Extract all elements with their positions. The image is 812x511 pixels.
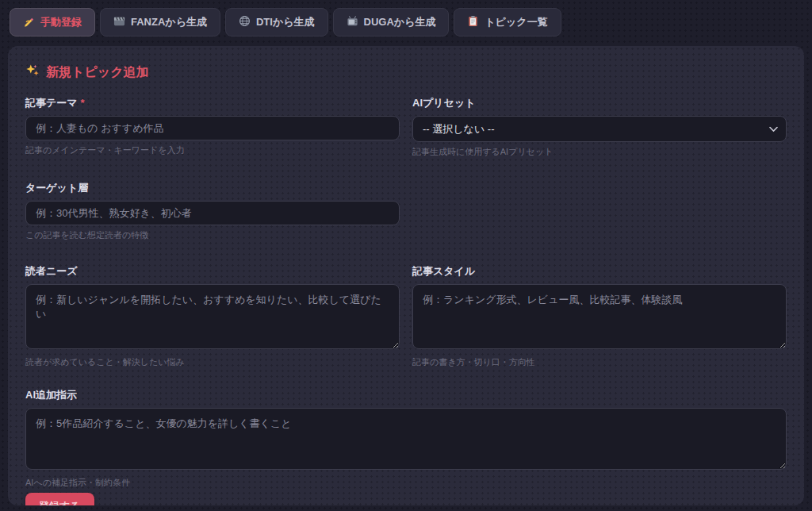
- tab-dti-generate[interactable]: DTIから生成: [225, 8, 328, 36]
- clapper-icon: [113, 15, 125, 29]
- tv-icon: [347, 15, 358, 29]
- new-topic-panel: 新規トピック追加 記事テーマ* 記事のメインテーマ・キーワードを入力 AIプリセ…: [8, 46, 804, 505]
- tab-fanza-generate[interactable]: FANZAから生成: [100, 8, 220, 36]
- target-audience-input[interactable]: [25, 201, 400, 225]
- required-mark: *: [81, 97, 85, 109]
- tab-label: DUGAから生成: [364, 15, 436, 29]
- panel-title: 新規トピック追加: [25, 63, 787, 81]
- article-theme-field: 記事テーマ* 記事のメインテーマ・キーワードを入力: [25, 96, 400, 157]
- tab-label: トピック一覧: [485, 15, 547, 29]
- reader-needs-label: 読者ニーズ: [25, 264, 400, 279]
- tab-label: 手動登録: [40, 15, 82, 29]
- ai-preset-hint: 記事生成時に使用するAIプリセット: [412, 147, 787, 157]
- article-theme-hint: 記事のメインテーマ・キーワードを入力: [25, 145, 400, 156]
- reader-needs-hint: 読者が求めていること・解決したい悩み: [25, 357, 400, 367]
- article-theme-label: 記事テーマ*: [25, 96, 400, 110]
- tab-label: DTIから生成: [256, 15, 315, 29]
- globe-icon: [239, 15, 251, 29]
- form-row-4: AI追加指示 AIへの補足指示・制約条件: [25, 388, 787, 488]
- tab-label: FANZAから生成: [131, 15, 207, 29]
- ai-preset-label: AIプリセット: [412, 96, 787, 110]
- target-audience-label: ターゲット層: [25, 181, 400, 195]
- empty-cell: [412, 181, 787, 240]
- panel-title-text: 新規トピック追加: [46, 64, 149, 81]
- form-row-3: 読者ニーズ 読者が求めていること・解決したい悩み 記事スタイル 記事の書き方・切…: [25, 264, 787, 367]
- clipboard-icon: [467, 15, 479, 29]
- register-button[interactable]: 登録する: [25, 493, 94, 505]
- tab-bar: 手動登録 FANZAから生成 DTIから生成: [0, 0, 812, 36]
- tab-topic-list[interactable]: トピック一覧: [454, 8, 561, 36]
- writing-hand-icon: [23, 15, 35, 29]
- ai-instructions-field: AI追加指示 AIへの補足指示・制約条件: [25, 388, 787, 488]
- sparkles-icon: [25, 63, 40, 81]
- target-audience-hint: この記事を読む想定読者の特徴: [25, 230, 400, 240]
- ai-preset-select-wrap: -- 選択しない --: [412, 116, 787, 142]
- article-style-label: 記事スタイル: [412, 264, 787, 279]
- target-audience-field: ターゲット層 この記事を読む想定読者の特徴: [25, 181, 400, 240]
- form-row-2: ターゲット層 この記事を読む想定読者の特徴: [25, 181, 787, 240]
- reader-needs-field: 読者ニーズ 読者が求めていること・解決したい悩み: [25, 264, 400, 367]
- tab-duga-generate[interactable]: DUGAから生成: [333, 8, 450, 36]
- article-style-hint: 記事の書き方・切り口・方向性: [412, 357, 787, 367]
- form-row-1: 記事テーマ* 記事のメインテーマ・キーワードを入力 AIプリセット -- 選択し…: [25, 96, 787, 157]
- article-style-textarea[interactable]: [412, 284, 787, 349]
- reader-needs-textarea[interactable]: [25, 284, 400, 349]
- ai-preset-field: AIプリセット -- 選択しない -- 記事生成時に使用するAIプリセット: [412, 96, 787, 157]
- tab-manual-register[interactable]: 手動登録: [10, 8, 95, 36]
- ai-preset-select[interactable]: -- 選択しない --: [412, 116, 787, 142]
- ai-instructions-label: AI追加指示: [25, 388, 787, 402]
- article-style-field: 記事スタイル 記事の書き方・切り口・方向性: [412, 264, 787, 367]
- ai-instructions-textarea[interactable]: [25, 408, 787, 470]
- ai-instructions-hint: AIへの補足指示・制約条件: [25, 478, 787, 488]
- article-theme-input[interactable]: [25, 116, 400, 140]
